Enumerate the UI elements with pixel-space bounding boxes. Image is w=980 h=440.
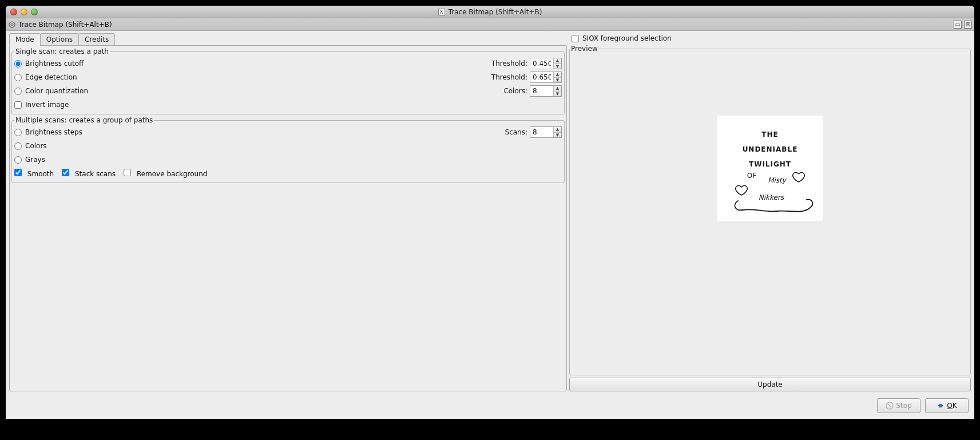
titlebar[interactable]: X Trace Bitmap (Shift+Alt+B) xyxy=(6,6,974,18)
radio-color-quantization-input[interactable] xyxy=(14,88,22,95)
spin-down-icon[interactable]: ▼ xyxy=(554,133,561,138)
checkbox-remove-background[interactable]: Remove background xyxy=(124,169,207,178)
radio-brightness-steps[interactable]: Brightness steps xyxy=(14,128,82,136)
scans-label: Scans: xyxy=(505,128,527,136)
window-controls xyxy=(10,9,38,15)
window-title: X Trace Bitmap (Shift+Alt+B) xyxy=(6,8,974,16)
checkbox-remove-background-label: Remove background xyxy=(137,170,208,178)
radio-brightness-cutoff[interactable]: Brightness cutoff xyxy=(14,60,84,68)
svg-text:TWILIGHT: TWILIGHT xyxy=(749,160,791,168)
checkbox-stack-scans-input[interactable] xyxy=(62,169,69,176)
checkbox-stack-scans-label: Stack scans xyxy=(75,170,116,178)
radio-grays-label: Grays xyxy=(25,156,45,164)
preview-image: THE UNDENIABLE TWILIGHT OF Misty Nikkers xyxy=(717,116,823,221)
close-icon[interactable] xyxy=(10,9,17,15)
radio-edge-detection-label: Edge detection xyxy=(25,73,77,81)
radio-colors[interactable]: Colors xyxy=(14,142,47,150)
ok-button-label: OK xyxy=(947,402,957,410)
tab-options[interactable]: Options xyxy=(40,33,79,46)
panel-header: Trace Bitmap (Shift+Alt+B) ▭ ⊠ xyxy=(6,18,974,31)
window-title-text: Trace Bitmap (Shift+Alt+B) xyxy=(449,8,542,16)
radio-brightness-cutoff-input[interactable] xyxy=(14,60,22,68)
panel-title: Trace Bitmap (Shift+Alt+B) xyxy=(18,21,112,29)
edge-threshold-label: Threshold: xyxy=(491,73,527,81)
multiple-scans-group: Multiple scans: creates a group of paths… xyxy=(11,116,565,183)
colors-spin[interactable]: ▲▼ xyxy=(530,85,562,97)
checkbox-stack-scans[interactable]: Stack scans xyxy=(62,169,116,178)
ok-apply-icon xyxy=(937,402,945,410)
spin-up-icon[interactable]: ▲ xyxy=(554,86,561,92)
content-area: Mode Options Credits Single scan: create… xyxy=(6,31,974,395)
radio-color-quantization-label: Color quantization xyxy=(25,87,88,95)
right-pane: SIOX foreground selection Preview THE UN… xyxy=(569,33,971,391)
svg-line-9 xyxy=(888,404,891,407)
spin-up-icon[interactable]: ▲ xyxy=(554,58,561,64)
tab-body: Single scan: creates a path Brightness c… xyxy=(9,45,567,391)
close-panel-icon[interactable]: ⊠ xyxy=(964,21,972,29)
iconify-icon[interactable]: ▭ xyxy=(954,21,962,29)
checkbox-invert-image-input[interactable] xyxy=(14,101,22,109)
single-scan-legend: Single scan: creates a path xyxy=(14,47,110,56)
radio-brightness-steps-input[interactable] xyxy=(14,129,22,136)
checkbox-siox-input[interactable] xyxy=(572,35,579,42)
radio-colors-label: Colors xyxy=(25,142,47,150)
preview-legend: Preview xyxy=(570,45,599,53)
edge-threshold-spin[interactable]: ▲▼ xyxy=(530,72,562,83)
spin-up-icon[interactable]: ▲ xyxy=(554,72,561,78)
brightness-threshold-spin[interactable]: ▲▼ xyxy=(530,58,562,69)
trace-icon xyxy=(8,21,16,29)
brightness-threshold-label: Threshold: xyxy=(491,60,527,68)
checkbox-remove-background-input[interactable] xyxy=(124,169,131,176)
tab-mode[interactable]: Mode xyxy=(9,33,41,46)
stop-button-label: Stop xyxy=(896,402,911,410)
minimize-icon[interactable] xyxy=(21,9,27,15)
spin-up-icon[interactable]: ▲ xyxy=(554,127,561,133)
scans-input[interactable] xyxy=(530,127,553,137)
checkbox-invert-image[interactable]: Invert image xyxy=(14,101,69,109)
svg-text:Nikkers: Nikkers xyxy=(759,193,784,201)
multiple-scans-legend: Multiple scans: creates a group of paths xyxy=(14,116,154,124)
dialog-window: X Trace Bitmap (Shift+Alt+B) Trace Bitma… xyxy=(6,6,974,419)
left-pane: Mode Options Credits Single scan: create… xyxy=(9,33,567,391)
radio-colors-input[interactable] xyxy=(14,142,22,150)
dialog-footer: Stop OK xyxy=(6,395,974,419)
svg-text:THE: THE xyxy=(761,130,778,138)
spin-down-icon[interactable]: ▼ xyxy=(554,78,561,83)
svg-text:Misty: Misty xyxy=(768,176,787,184)
svg-text:UNDENIABLE: UNDENIABLE xyxy=(743,145,798,153)
single-scan-group: Single scan: creates a path Brightness c… xyxy=(11,47,565,114)
preview-group: Preview THE UNDENIABLE TWILIGHT OF Misty… xyxy=(569,45,971,375)
colors-input[interactable] xyxy=(530,86,553,96)
svg-point-0 xyxy=(9,22,15,27)
scans-spin[interactable]: ▲▼ xyxy=(530,126,562,138)
checkbox-invert-image-label: Invert image xyxy=(25,101,69,109)
ok-button[interactable]: OK xyxy=(925,398,969,413)
colors-label: Colors: xyxy=(503,87,527,95)
stop-icon xyxy=(886,402,894,410)
spin-down-icon[interactable]: ▼ xyxy=(554,92,561,97)
preview-artwork-icon: THE UNDENIABLE TWILIGHT OF Misty Nikkers xyxy=(724,120,816,217)
radio-edge-detection[interactable]: Edge detection xyxy=(14,73,77,81)
spin-down-icon[interactable]: ▼ xyxy=(554,64,561,69)
stop-button: Stop xyxy=(877,398,921,413)
zoom-icon[interactable] xyxy=(31,9,38,15)
radio-grays-input[interactable] xyxy=(14,156,22,164)
brightness-threshold-input[interactable] xyxy=(530,58,553,69)
radio-grays[interactable]: Grays xyxy=(14,156,45,164)
checkbox-siox-label: SIOX foreground selection xyxy=(582,34,672,42)
radio-brightness-steps-label: Brightness steps xyxy=(25,128,82,136)
tab-strip: Mode Options Credits xyxy=(9,33,567,46)
radio-edge-detection-input[interactable] xyxy=(14,74,22,81)
app-x-icon: X xyxy=(438,9,445,15)
checkbox-smooth[interactable]: Smooth xyxy=(14,169,54,178)
svg-text:OF: OF xyxy=(747,172,756,180)
tab-credits[interactable]: Credits xyxy=(78,33,115,46)
radio-brightness-cutoff-label: Brightness cutoff xyxy=(25,60,84,68)
checkbox-smooth-label: Smooth xyxy=(27,170,54,178)
radio-color-quantization[interactable]: Color quantization xyxy=(14,87,88,95)
checkbox-smooth-input[interactable] xyxy=(14,169,22,176)
edge-threshold-input[interactable] xyxy=(530,72,553,82)
update-button[interactable]: Update xyxy=(569,378,971,391)
svg-point-1 xyxy=(11,23,13,26)
